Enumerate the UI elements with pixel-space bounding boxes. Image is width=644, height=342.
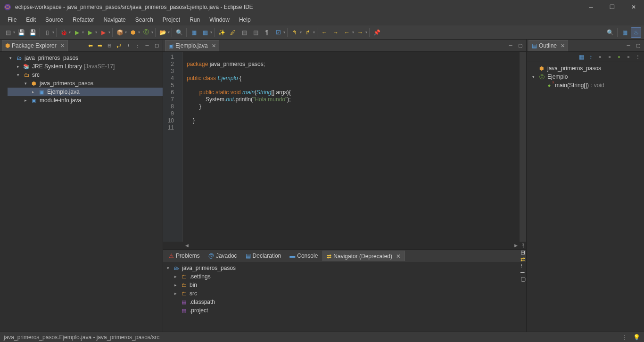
- coverage-button[interactable]: ▶: [85, 27, 95, 38]
- tab-problems[interactable]: ⚠Problems: [165, 251, 204, 261]
- tab-javadoc[interactable]: @Javadoc: [205, 251, 241, 261]
- navigator-tree[interactable]: ▾ 🗁 java_primeros_pasos ▸ 🗀 .settings ▸ …: [163, 262, 526, 332]
- outline-max-button[interactable]: ▢: [634, 41, 642, 50]
- tree-package-row[interactable]: ▾ ⬢ java_primeros_pasos: [8, 79, 163, 88]
- tree-src-row[interactable]: ▾ 🗀 src: [8, 71, 163, 79]
- collapse-all-button[interactable]: ⊟: [105, 41, 114, 50]
- outline-menu-button[interactable]: ⋮: [634, 53, 642, 61]
- menu-source[interactable]: Source: [41, 15, 68, 25]
- status-menu-icon[interactable]: ⋮: [622, 334, 627, 341]
- minimize-view-button[interactable]: ─: [143, 41, 151, 50]
- close-icon[interactable]: ✕: [212, 43, 216, 49]
- menu-help[interactable]: Help: [234, 15, 256, 25]
- editor-tab-ejemplo[interactable]: ▣ Ejemplo.java ✕: [165, 40, 219, 51]
- tree-file-module-row[interactable]: ▸ ▣ module-info.java: [8, 96, 163, 105]
- tree-jre-row[interactable]: ▸ 📚 JRE System Library [JavaSE-17]: [8, 62, 163, 71]
- open-type-button[interactable]: 📂: [157, 27, 168, 38]
- tab-declaration[interactable]: ▤Declaration: [242, 251, 285, 261]
- forward2-button[interactable]: →: [355, 27, 365, 38]
- focus-button[interactable]: ▦: [577, 53, 586, 61]
- maximize-button[interactable]: ❐: [602, 0, 623, 14]
- search-icon[interactable]: 🔍: [605, 27, 615, 38]
- toggle-mark-button[interactable]: ▦: [189, 27, 199, 38]
- close-icon[interactable]: ✕: [396, 253, 401, 260]
- scroll-left-button[interactable]: ◀: [183, 242, 190, 249]
- outline-min-button[interactable]: ─: [624, 41, 633, 50]
- nav-src-row[interactable]: ▸ 🗀 src: [165, 289, 526, 298]
- menu-navigate[interactable]: Navigate: [99, 15, 130, 25]
- menu-run[interactable]: Run: [185, 15, 205, 25]
- task-button[interactable]: ☑: [273, 27, 283, 38]
- format2-button[interactable]: ▤: [250, 27, 261, 38]
- tab-navigator[interactable]: ⇄Navigator (Deprecated)✕: [322, 251, 405, 261]
- new-button[interactable]: ▤: [3, 27, 13, 38]
- run-button[interactable]: ▶: [72, 27, 82, 38]
- save-button[interactable]: 💾: [16, 27, 26, 38]
- minimize-button[interactable]: ─: [580, 0, 602, 14]
- menu-window[interactable]: Window: [205, 15, 234, 25]
- menu-refactor[interactable]: Refactor: [68, 15, 99, 25]
- back-history-button[interactable]: ⬅: [86, 41, 95, 50]
- new-class-button[interactable]: Ⓒ: [141, 27, 151, 38]
- package-explorer-tab[interactable]: ⬢ Package Explorer ✕: [2, 40, 68, 51]
- next-annotation-button[interactable]: ↱: [303, 27, 313, 38]
- close-icon[interactable]: ✕: [561, 43, 565, 49]
- scroll-right-button[interactable]: ▶: [512, 242, 520, 249]
- fold-gutter[interactable]: [177, 52, 183, 242]
- hide-fields-button[interactable]: ⚬: [596, 53, 604, 61]
- tab-console[interactable]: ▬Console: [286, 251, 322, 261]
- outline-package-row[interactable]: ⬢ java_primeros_pasos: [530, 64, 644, 73]
- wand2-button[interactable]: 🖊: [228, 27, 238, 38]
- outline-tab[interactable]: ▤ Outline ✕: [528, 40, 568, 51]
- sort-button[interactable]: ↕: [586, 53, 595, 61]
- nav-up-button[interactable]: ⭱: [520, 243, 526, 249]
- prev-annotation-button[interactable]: ↰: [289, 27, 300, 38]
- outline-tree[interactable]: ⬢ java_primeros_pasos ▾ Ⓒ Ejemplo ●s mai…: [527, 62, 644, 332]
- focus-button[interactable]: ⁝: [124, 41, 132, 50]
- nav-projectfile-row[interactable]: ▤ .project: [165, 306, 526, 315]
- nav-bin-row[interactable]: ▸ 🗀 bin: [165, 281, 526, 289]
- new-java-project-button[interactable]: 📦: [115, 27, 125, 38]
- maximize-editor-button[interactable]: ▢: [516, 41, 524, 50]
- menu-project[interactable]: Project: [158, 15, 185, 25]
- wand-button[interactable]: ✨: [216, 27, 227, 38]
- nav-settings-row[interactable]: ▸ 🗀 .settings: [165, 272, 526, 281]
- menu-file[interactable]: File: [3, 15, 21, 25]
- close-icon[interactable]: ✕: [60, 43, 65, 49]
- tip-icon[interactable]: 💡: [633, 334, 640, 341]
- new-package-button[interactable]: ⬢: [128, 27, 138, 38]
- view-menu-button[interactable]: ⋮: [133, 41, 142, 50]
- nav-classpath-row[interactable]: ▤ .classpath: [165, 298, 526, 306]
- link-editor-button[interactable]: ⇄: [115, 41, 123, 50]
- run-last-button[interactable]: ▶: [98, 27, 108, 38]
- pin-button[interactable]: 📌: [372, 27, 382, 38]
- save-all-button[interactable]: 💾: [27, 27, 38, 38]
- hide-local-button[interactable]: ⚬: [624, 53, 633, 61]
- hide-static-button[interactable]: ⚬: [605, 53, 614, 61]
- maximize-view-button[interactable]: ▢: [152, 41, 161, 50]
- code-editor[interactable]: 1234567891011 package java_primeros_paso…: [163, 52, 526, 242]
- back-button[interactable]: ←: [319, 27, 330, 38]
- forward-history-button[interactable]: ➡: [96, 41, 104, 50]
- debug-button[interactable]: 🐞: [58, 27, 69, 38]
- terminal-button[interactable]: ▯: [42, 27, 52, 38]
- search-button[interactable]: 🔍: [174, 27, 184, 38]
- code-area[interactable]: package java_primeros_pasos; public clas…: [183, 52, 520, 242]
- menu-edit[interactable]: Edit: [21, 15, 41, 25]
- toggle-block-button[interactable]: ▦: [200, 27, 210, 38]
- forward-button[interactable]: →: [330, 27, 341, 38]
- close-button[interactable]: ✕: [623, 0, 644, 14]
- tree-project-row[interactable]: ▾ 🗁 java_primeros_pasos: [8, 54, 163, 62]
- nav-collapse-button[interactable]: ⊟: [520, 249, 526, 256]
- perspective-button[interactable]: ▦: [619, 27, 630, 38]
- minimize-editor-button[interactable]: ─: [506, 41, 515, 50]
- menu-search[interactable]: Search: [131, 15, 158, 25]
- outline-class-row[interactable]: ▾ Ⓒ Ejemplo: [530, 73, 644, 81]
- nav-link-button[interactable]: ⇄: [520, 256, 526, 262]
- horizontal-scrollbar[interactable]: ◀ ▶: [163, 242, 526, 249]
- java-perspective-button[interactable]: ♨: [631, 27, 641, 38]
- nav-project-row[interactable]: ▾ 🗁 java_primeros_pasos: [165, 264, 526, 272]
- package-explorer-tree[interactable]: ▾ 🗁 java_primeros_pasos ▸ 📚 JRE System L…: [0, 52, 163, 332]
- tree-file-ejemplo-row[interactable]: ▸ ▣ Ejemplo.java: [8, 88, 163, 96]
- hide-non-public-button[interactable]: ⚬: [615, 53, 623, 61]
